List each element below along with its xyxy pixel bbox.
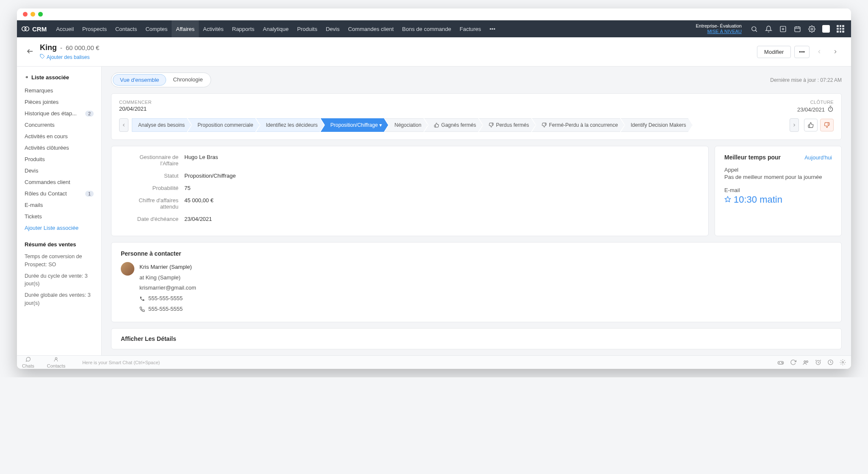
- add-tags-link[interactable]: Ajouter des balises: [40, 54, 99, 60]
- contact-name[interactable]: Kris Marrier (Sample): [139, 262, 196, 273]
- sidebar-metric: Durée globale des ventes: 3 jour(s): [17, 290, 101, 309]
- bottom-chats[interactable]: Chats: [22, 357, 34, 368]
- tab-overview[interactable]: Vue d'ensemble: [113, 74, 166, 86]
- sidebar-metric: Temps de conversion de Prospect: SO: [17, 251, 101, 270]
- nav-item-commandes[interactable]: Commandes client: [344, 20, 398, 37]
- sidebar-item-produits[interactable]: Produits: [17, 153, 101, 165]
- sidebar-item-concurrents[interactable]: Concurrents: [17, 119, 101, 131]
- thumbs-down-button[interactable]: [820, 119, 834, 131]
- prev-record-button: [813, 45, 826, 58]
- stage-scroll-left[interactable]: [119, 118, 128, 132]
- nav-item-factures[interactable]: Factures: [455, 20, 485, 37]
- alarm-icon[interactable]: [815, 359, 821, 366]
- stage-start-label: COMMENCER: [119, 100, 152, 105]
- avatar-icon[interactable]: [820, 22, 832, 35]
- field-value-probability: 75: [184, 185, 190, 191]
- nav-item-contacts[interactable]: Contacts: [111, 20, 141, 37]
- nav-item-produits[interactable]: Produits: [293, 20, 322, 37]
- mac-close-dot[interactable]: [23, 12, 28, 17]
- history-icon[interactable]: [827, 359, 834, 366]
- modify-button[interactable]: Modifier: [757, 46, 791, 58]
- svg-line-3: [755, 30, 757, 32]
- plus-icon[interactable]: [776, 22, 789, 35]
- next-record-button[interactable]: [829, 45, 842, 58]
- nav-item-accueil[interactable]: Accueil: [52, 20, 78, 37]
- contact-email[interactable]: krismarrier@gmail.com: [139, 283, 196, 293]
- stage-seg-identify[interactable]: Identify Decision Makers: [621, 118, 693, 132]
- svg-point-2: [751, 26, 756, 31]
- stage-seg-negociation[interactable]: Négociation: [385, 118, 428, 132]
- svg-rect-7: [795, 27, 800, 31]
- collapse-icon[interactable]: [25, 74, 29, 81]
- sidebar-item-emails[interactable]: E-mails: [17, 199, 101, 211]
- stage-seg-perdus[interactable]: Perdus fermés: [479, 118, 535, 132]
- phone-outline-icon: [139, 307, 145, 312]
- calendar-icon[interactable]: [791, 22, 804, 35]
- nav-item-comptes[interactable]: Comptes: [141, 20, 172, 37]
- star-icon: [724, 194, 731, 205]
- sidebar-item-pieces-jointes[interactable]: Pièces jointes: [17, 96, 101, 108]
- sidebar-item-roles-contact[interactable]: Rôles du Contact1: [17, 188, 101, 199]
- field-label: Statut: [121, 173, 184, 179]
- field-label: Chiffre d'affaires attendu: [121, 197, 184, 210]
- besttime-email-time: 10:30 matin: [724, 194, 832, 205]
- show-details-toggle[interactable]: Afficher Les Détails: [111, 328, 842, 349]
- stage-bar: Analyse des besoins Proposition commerci…: [132, 118, 786, 132]
- bell-icon[interactable]: [762, 22, 775, 35]
- users-icon[interactable]: [802, 359, 809, 366]
- stage-seg-decideurs[interactable]: Identifiez les décideurs: [256, 118, 324, 132]
- stage-seg-perdu-concurrence[interactable]: Fermé-Perdu à la concurrence: [532, 118, 624, 132]
- sidebar-item-devis[interactable]: Devis: [17, 165, 101, 176]
- mac-max-dot[interactable]: [38, 12, 43, 17]
- more-actions-button[interactable]: •••: [794, 46, 810, 58]
- contact-phone-2[interactable]: 555-555-5555: [148, 304, 183, 315]
- brand[interactable]: CRM: [21, 25, 47, 33]
- svg-point-1: [25, 27, 29, 31]
- thumbs-up-button[interactable]: [804, 119, 818, 131]
- enterprise-label: Entreprise- Évaluation: [696, 23, 742, 29]
- search-icon[interactable]: [748, 22, 760, 35]
- sidebar-item-activites-cloturees[interactable]: Activités clôturées: [17, 142, 101, 153]
- stage-seg-gagnes[interactable]: Gagnés fermés: [424, 118, 482, 132]
- sidebar-item-historique[interactable]: Historique des étap...2: [17, 108, 101, 119]
- tab-timeline[interactable]: Chronologie: [166, 74, 209, 86]
- stage-seg-chiffrage[interactable]: Proposition/Chiffrage ▾: [321, 118, 388, 132]
- person-icon: [53, 357, 59, 363]
- apps-grid-icon[interactable]: [834, 22, 847, 35]
- settings-icon[interactable]: [840, 359, 846, 366]
- nav-item-analytique[interactable]: Analytique: [259, 20, 293, 37]
- contact-phone-1[interactable]: 555-555-5555: [148, 293, 183, 304]
- gamepad-icon[interactable]: [777, 359, 784, 366]
- sidebar-item-activites-cours[interactable]: Activités en cours: [17, 131, 101, 142]
- stage-seg-proposition-comm[interactable]: Proposition commerciale: [188, 118, 259, 132]
- nav-item-devis[interactable]: Devis: [322, 20, 344, 37]
- sidebar-item-commandes[interactable]: Commandes client: [17, 176, 101, 188]
- top-navbar: CRM Accueil Prospects Contacts Comptes A…: [17, 20, 851, 37]
- gear-icon[interactable]: [805, 22, 818, 35]
- nav-item-rapports[interactable]: Rapports: [228, 20, 259, 37]
- field-label: Date d'échéance: [121, 216, 184, 222]
- besttime-email-label: E-mail: [724, 187, 832, 193]
- nav-item-bons[interactable]: Bons de commande: [398, 20, 456, 37]
- sidebar-add-list[interactable]: Ajouter Liste associée: [17, 222, 101, 234]
- mac-min-dot[interactable]: [31, 12, 35, 17]
- besttime-today-link[interactable]: Aujourd'hui: [804, 154, 832, 161]
- refresh-icon[interactable]: [790, 359, 796, 366]
- nav-item-prospects[interactable]: Prospects: [78, 20, 111, 37]
- nav-item-affaires[interactable]: Affaires: [172, 20, 199, 37]
- stage-close-date: 23/04/2021: [797, 106, 825, 113]
- contact-avatar[interactable]: [121, 262, 134, 276]
- stage-scroll-right[interactable]: [790, 118, 799, 132]
- bottom-contacts[interactable]: Contacts: [47, 357, 65, 368]
- sidebar-item-remarques[interactable]: Remarques: [17, 85, 101, 96]
- contact-card: Personne à contacter Kris Marrier (Sampl…: [111, 242, 842, 322]
- sidebar-item-tickets[interactable]: Tickets: [17, 211, 101, 222]
- nav-item-activites[interactable]: Activités: [199, 20, 228, 37]
- svg-line-30: [815, 360, 816, 361]
- stage-seg-analyse[interactable]: Analyse des besoins: [132, 118, 191, 132]
- back-arrow-icon[interactable]: [26, 47, 34, 56]
- nav-more-icon[interactable]: •••: [485, 20, 500, 37]
- upgrade-link[interactable]: MISE À NIVEAU: [707, 29, 742, 34]
- field-value-owner: Hugo Le Bras: [184, 154, 218, 167]
- besttime-card: Meilleur temps pour Aujourd'hui Appel Pa…: [715, 146, 842, 236]
